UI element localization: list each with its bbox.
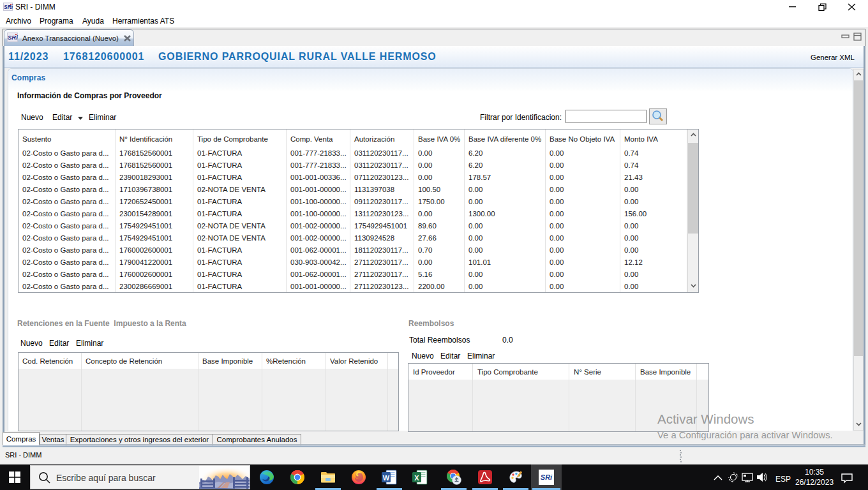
svg-text:X: X <box>414 474 419 482</box>
svg-text:W: W <box>383 474 390 482</box>
